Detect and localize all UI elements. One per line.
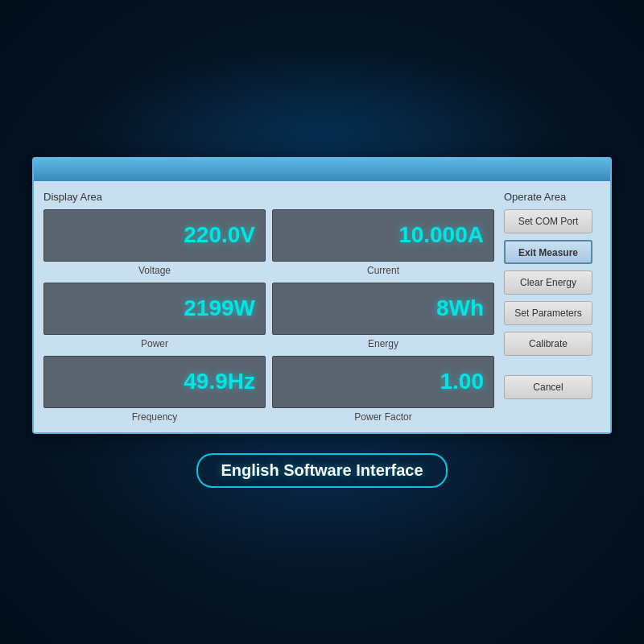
frequency-display: 49.9Hz xyxy=(43,356,266,408)
power-factor-label: Power Factor xyxy=(354,411,411,423)
operate-area: Operate Area Set COM Port Exit Measure C… xyxy=(504,191,601,423)
voltage-display: 220.0V xyxy=(43,209,266,262)
operate-buttons: Set COM Port Exit Measure Clear Energy S… xyxy=(504,209,601,399)
window-body: Display Area 220.0V Voltage 10.000A Curr… xyxy=(34,181,610,432)
meters-grid: 220.0V Voltage 10.000A Current 2199W xyxy=(43,209,494,423)
voltage-value: 220.0V xyxy=(184,222,255,248)
current-value: 10.000A xyxy=(398,222,484,248)
power-cell: 2199W Power xyxy=(43,283,266,349)
energy-value: 8Wh xyxy=(436,295,484,321)
frequency-cell: 49.9Hz Frequency xyxy=(43,356,266,423)
current-cell: 10.000A Current xyxy=(272,209,494,276)
energy-display: 8Wh xyxy=(272,283,494,335)
title-bar xyxy=(34,159,610,181)
frequency-label: Frequency xyxy=(132,411,178,423)
application-window: Display Area 220.0V Voltage 10.000A Curr… xyxy=(32,157,612,434)
set-com-port-button[interactable]: Set COM Port xyxy=(504,209,592,233)
operate-area-label: Operate Area xyxy=(504,191,601,203)
power-display: 2199W xyxy=(43,283,266,335)
calibrate-button[interactable]: Calibrate xyxy=(504,332,592,356)
set-parameters-button[interactable]: Set Parameters xyxy=(504,301,592,325)
voltage-cell: 220.0V Voltage xyxy=(43,209,266,276)
current-display: 10.000A xyxy=(272,209,494,262)
power-label: Power xyxy=(141,338,168,349)
power-factor-display: 1.00 xyxy=(272,356,494,408)
energy-label: Energy xyxy=(368,338,398,349)
power-factor-cell: 1.00 Power Factor xyxy=(272,356,494,423)
clear-energy-button[interactable]: Clear Energy xyxy=(504,270,592,295)
footer-label-container: English Software Interface xyxy=(196,453,447,488)
energy-cell: 8Wh Energy xyxy=(272,283,494,349)
display-area-label: Display Area xyxy=(43,191,494,203)
exit-measure-button[interactable]: Exit Measure xyxy=(504,240,592,264)
power-factor-value: 1.00 xyxy=(440,369,485,394)
display-area: Display Area 220.0V Voltage 10.000A Curr… xyxy=(43,191,494,423)
power-value: 2199W xyxy=(184,295,255,321)
cancel-button[interactable]: Cancel xyxy=(504,375,592,399)
current-label: Current xyxy=(367,265,399,276)
frequency-value: 49.9Hz xyxy=(184,369,255,394)
footer-label: English Software Interface xyxy=(196,453,447,488)
voltage-label: Voltage xyxy=(138,265,171,276)
